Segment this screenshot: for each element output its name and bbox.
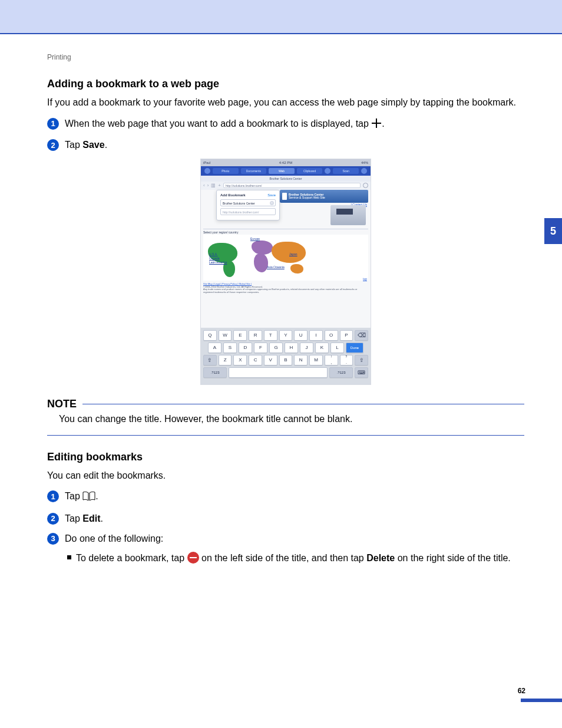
bullet-square-icon: [67, 555, 71, 559]
status-device: iPad: [203, 161, 210, 164]
key-x[interactable]: X: [233, 355, 247, 365]
key-o[interactable]: O: [325, 330, 338, 341]
header-band: [0, 0, 562, 33]
map-label-asia[interactable]: Asia Oceania: [267, 265, 285, 269]
map-label-canada[interactable]: Canada: [209, 256, 220, 260]
status-battery: 44%: [361, 161, 368, 164]
kbd-row-4: .?123 .?123 ⌨: [203, 367, 368, 378]
url-bar: ‹ › ▥ + http://solutions.brother.com/: [201, 182, 371, 190]
key-h[interactable]: H: [285, 342, 298, 353]
key-w[interactable]: W: [219, 330, 232, 341]
step-2: 2 Tap Save.: [47, 139, 524, 151]
bookmark-title-field[interactable]: Brother Solutions Center ×: [220, 199, 276, 206]
printer-icon[interactable]: [325, 168, 330, 174]
step-number-1: 1: [47, 118, 59, 130]
screenshot-add-bookmark: iPad 4:42 PM 44% Photo Documents Web Cli…: [200, 159, 371, 385]
edit-step2-bold: Edit: [82, 513, 100, 523]
step2-text-bold: Save: [82, 140, 104, 150]
key-numbers-right[interactable]: .?123: [329, 367, 353, 378]
ipad-status-bar: iPad 4:42 PM 44%: [201, 159, 371, 166]
open-book-icon: [82, 491, 95, 505]
top-link[interactable]: top: [363, 277, 367, 281]
key-k[interactable]: K: [315, 342, 329, 353]
map-label-latam[interactable]: Latin America: [209, 261, 227, 264]
heading-edit-bookmarks: Editing bookmarks: [47, 451, 524, 463]
bullet-delete: To delete a bookmark, tap on the left si…: [67, 552, 524, 565]
tab-photo[interactable]: Photo: [213, 168, 239, 174]
status-time: 4:42 PM: [279, 161, 292, 164]
key-comma[interactable]: !,: [325, 355, 338, 365]
add-icon[interactable]: +: [218, 183, 221, 188]
url-field[interactable]: http://solutions.brother.com/: [223, 183, 361, 188]
key-period[interactable]: ?.: [340, 355, 353, 365]
key-d[interactable]: D: [239, 342, 252, 353]
header-rule: [0, 33, 562, 34]
map-asia[interactable]: [272, 242, 306, 263]
key-a[interactable]: A: [208, 342, 222, 353]
key-done[interactable]: Done: [346, 342, 363, 353]
clear-icon[interactable]: ×: [270, 201, 274, 205]
minus-circle-icon: [187, 552, 199, 564]
key-c[interactable]: C: [249, 355, 262, 365]
key-z[interactable]: Z: [219, 355, 232, 365]
step-number-2: 2: [47, 139, 59, 151]
map-label-japan[interactable]: Japan: [289, 252, 297, 256]
key-shift-right-icon[interactable]: ⇧: [355, 355, 368, 365]
tab-documents[interactable]: Documents: [241, 168, 267, 174]
bullet-bold: Delete: [366, 553, 395, 563]
edit-step1-pre: Tap: [65, 491, 82, 501]
key-i[interactable]: I: [309, 330, 323, 341]
key-shift-icon[interactable]: ⇧: [203, 355, 217, 365]
key-g[interactable]: G: [269, 342, 283, 353]
refresh-icon[interactable]: [363, 183, 368, 188]
key-l[interactable]: L: [330, 342, 344, 353]
settings-icon[interactable]: [361, 168, 367, 174]
footer-stripe: [521, 699, 562, 702]
map-label-usa[interactable]: U.S.A.: [209, 252, 217, 256]
note-rule-top: [82, 404, 524, 404]
tab-web[interactable]: Web: [269, 168, 295, 174]
key-f[interactable]: F: [254, 342, 267, 353]
key-backspace-icon[interactable]: ⌫: [355, 330, 368, 341]
key-r[interactable]: R: [249, 330, 262, 341]
tab-clipboard[interactable]: Clipboard: [297, 168, 323, 174]
plus-icon: [371, 118, 382, 132]
key-b[interactable]: B: [279, 355, 293, 365]
home-icon[interactable]: [204, 168, 210, 174]
key-j[interactable]: J: [300, 342, 313, 353]
edit-step-3: 3 Do one of the following:: [47, 532, 524, 545]
key-u[interactable]: U: [294, 330, 308, 341]
brother-logo: [282, 193, 287, 200]
key-q[interactable]: Q: [203, 330, 217, 341]
map-oceania[interactable]: [290, 264, 303, 274]
bookmarks-icon[interactable]: ▥: [211, 183, 216, 188]
printer-image: [330, 205, 366, 225]
key-t[interactable]: T: [264, 330, 277, 341]
map-europe[interactable]: [252, 241, 273, 255]
key-space[interactable]: [229, 367, 328, 378]
edit-step3-text: Do one of the following:: [65, 532, 163, 545]
page-number: 62: [518, 687, 525, 695]
map-africa[interactable]: [254, 253, 268, 272]
save-button[interactable]: Save: [267, 193, 276, 197]
heading-add-bookmark: Adding a bookmark to a web page: [47, 78, 524, 90]
tab-scan[interactable]: Scan: [333, 168, 359, 174]
map-label-europe[interactable]: Europe: [250, 237, 260, 241]
key-s[interactable]: S: [223, 342, 237, 353]
back-icon[interactable]: ‹: [203, 183, 205, 188]
key-hide-keyboard-icon[interactable]: ⌨: [355, 367, 368, 378]
key-y[interactable]: Y: [279, 330, 293, 341]
edit-step1-post: .: [95, 491, 98, 501]
key-p[interactable]: P: [340, 330, 353, 341]
note-label: NOTE: [47, 398, 77, 410]
key-n[interactable]: N: [294, 355, 308, 365]
key-numbers[interactable]: .?123: [203, 367, 227, 378]
bookmark-url-field[interactable]: http://solutions.brother.com/: [220, 208, 276, 215]
key-m[interactable]: M: [309, 355, 323, 365]
forward-icon[interactable]: ›: [207, 183, 209, 188]
key-e[interactable]: E: [233, 330, 247, 341]
step2-text-post: .: [105, 140, 107, 150]
footer-trademark: Any trade names and product names of com…: [203, 288, 357, 294]
page-subtitle: Brother Solutions Center: [201, 176, 371, 182]
key-v[interactable]: V: [264, 355, 277, 365]
